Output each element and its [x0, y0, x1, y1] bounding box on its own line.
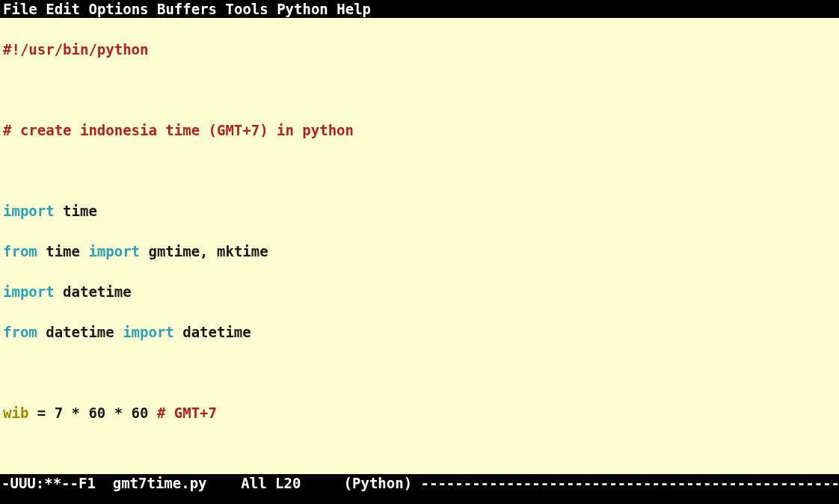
- modeline-dashes: ----------------------------------------…: [421, 475, 839, 491]
- code-text: datetime: [37, 324, 123, 340]
- minibuffer[interactable]: [0, 492, 839, 504]
- menu-edit[interactable]: Edit: [46, 1, 80, 17]
- code-text: time: [37, 243, 89, 259]
- comment: # GMT+7: [157, 405, 217, 421]
- code-text: datetime: [174, 324, 251, 340]
- kw-from: from: [3, 243, 37, 259]
- code-text: datetime: [55, 283, 132, 300]
- shebang: #!/usr/bin/python: [3, 41, 148, 58]
- code-text: = 7 * 60 * 60: [28, 405, 157, 421]
- menu-help[interactable]: Help: [336, 1, 371, 17]
- code-line: from datetime import datetime: [3, 322, 836, 342]
- code-line: #!/usr/bin/python: [3, 40, 836, 60]
- code-line: from time import gmtime, mktime: [3, 242, 836, 262]
- menu-tools[interactable]: Tools: [226, 1, 268, 17]
- menu-options[interactable]: Options: [88, 1, 148, 17]
- kw-import: import: [3, 283, 55, 300]
- mode-line[interactable]: -UUU:**--F1 gmt7time.py All L20 (Python)…: [0, 474, 839, 492]
- kw-from: from: [3, 324, 37, 340]
- code-text: time: [55, 203, 97, 219]
- code-line: import time: [3, 201, 836, 221]
- code-line: import datetime: [3, 282, 836, 302]
- code-line: # create indonesia time (GMT+7) in pytho…: [3, 120, 836, 141]
- modeline-flags: -UUU:**--F1: [1, 475, 113, 491]
- kw-import: import: [123, 324, 174, 340]
- modeline-buffer-name: gmt7time.py: [113, 475, 207, 491]
- code-line: wib = 7 * 60 * 60 # GMT+7: [3, 403, 836, 423]
- code-text: gmtime, mktime: [140, 243, 268, 259]
- menu-buffers[interactable]: Buffers: [157, 1, 217, 17]
- code-line: [3, 161, 836, 181]
- menu-python[interactable]: Python: [277, 1, 328, 17]
- menu-file[interactable]: File: [3, 1, 37, 17]
- code-line: [3, 363, 836, 383]
- code-line: [3, 80, 836, 100]
- menu-bar: File Edit Options Buffers Tools Python H…: [0, 0, 839, 18]
- editor-area[interactable]: #!/usr/bin/python # create indonesia tim…: [0, 18, 839, 474]
- kw-import: import: [3, 203, 55, 219]
- var-name: wib: [3, 405, 28, 421]
- modeline-position: All L20 (Python): [207, 475, 421, 491]
- code-line: [3, 443, 836, 464]
- kw-import: import: [88, 243, 140, 259]
- comment: # create indonesia time (GMT+7) in pytho…: [3, 122, 354, 138]
